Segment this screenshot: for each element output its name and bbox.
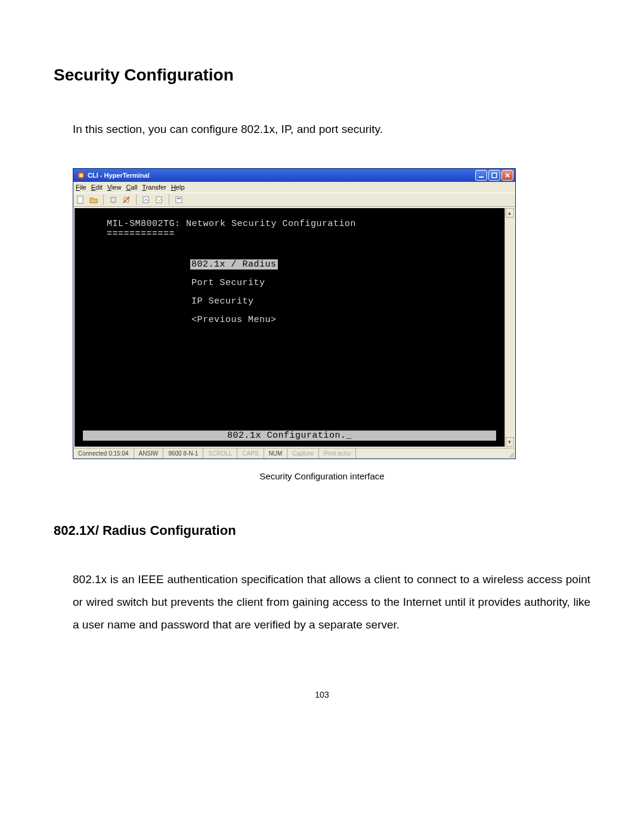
section-title: Security Configuration	[54, 66, 590, 85]
svg-rect-11	[177, 198, 181, 199]
intro-paragraph: In this section, you can configure 802.1…	[73, 120, 590, 138]
menu-item-ipsec[interactable]: IP Security	[190, 296, 255, 306]
window-titlebar[interactable]: CLI - HyperTerminal	[73, 169, 515, 182]
terminal[interactable]: MIL-SM8002TG: Network Security Configura…	[75, 208, 504, 447]
terminal-status-line: 802.1x Configuration._	[83, 431, 496, 441]
scroll-up-icon[interactable]: ▲	[506, 208, 514, 218]
menu-edit[interactable]: Edit	[91, 184, 103, 191]
status-caps: CAPS	[237, 448, 264, 459]
svg-line-14	[513, 456, 514, 457]
svg-rect-10	[176, 197, 182, 203]
figure-caption: Security Configuration interface	[54, 471, 590, 481]
properties-icon[interactable]	[174, 195, 184, 205]
menu-transfer[interactable]: Transfer	[142, 184, 166, 191]
client-area: MIL-SM8002TG: Network Security Configura…	[73, 207, 515, 448]
svg-rect-2	[479, 176, 484, 178]
menu-item-portsec[interactable]: Port Security	[190, 278, 267, 288]
terminal-underline: ============	[107, 229, 499, 239]
send-icon[interactable]	[141, 195, 151, 205]
status-scroll: SCROLL	[203, 448, 237, 459]
resize-grip-icon[interactable]	[506, 448, 515, 459]
window-title: CLI - HyperTerminal	[88, 172, 475, 179]
terminal-title: MIL-SM8002TG: Network Security Configura…	[107, 219, 499, 229]
vertical-scrollbar[interactable]: ▲ ▼	[504, 208, 514, 447]
page-number: 103	[54, 690, 590, 699]
menu-call[interactable]: Call	[126, 184, 137, 191]
open-icon[interactable]	[89, 195, 98, 205]
svg-rect-1	[79, 174, 83, 177]
disconnect-icon[interactable]	[122, 195, 131, 205]
menu-file[interactable]: File	[76, 184, 86, 191]
app-icon	[77, 171, 85, 179]
hyperterminal-window: CLI - HyperTerminal File Edit View Call …	[73, 168, 516, 459]
status-settings: 9600 8-N-1	[163, 448, 203, 459]
menu-item-previous[interactable]: <Previous Menu>	[190, 315, 278, 325]
menu-view[interactable]: View	[107, 184, 122, 191]
menu-bar: File Edit View Call Transfer Help	[73, 182, 515, 193]
svg-rect-3	[492, 173, 497, 178]
subsection-title: 802.1X/ Radius Configuration	[54, 523, 590, 538]
status-emulation: ANSIW	[134, 448, 164, 459]
menu-help[interactable]: Help	[171, 184, 185, 191]
status-capture: Capture	[287, 448, 319, 459]
close-button[interactable]	[501, 170, 513, 181]
status-connected: Connected 0:15:04	[73, 448, 134, 459]
maximize-button[interactable]	[488, 170, 500, 181]
receive-icon[interactable]	[154, 195, 164, 205]
scroll-down-icon[interactable]: ▼	[506, 437, 514, 447]
body-paragraph: 802.1x is an IEEE authentication specifi…	[73, 568, 590, 636]
connect-icon[interactable]	[109, 195, 118, 205]
status-echo: Print echo	[319, 448, 356, 459]
status-num: NUM	[264, 448, 288, 459]
minimize-button[interactable]	[475, 170, 487, 181]
menu-item-radius[interactable]: 802.1x / Radius	[190, 259, 278, 270]
status-bar: Connected 0:15:04 ANSIW 9600 8-N-1 SCROL…	[73, 448, 515, 459]
new-icon[interactable]	[76, 195, 85, 205]
toolbar	[73, 193, 515, 207]
svg-rect-6	[78, 196, 83, 203]
